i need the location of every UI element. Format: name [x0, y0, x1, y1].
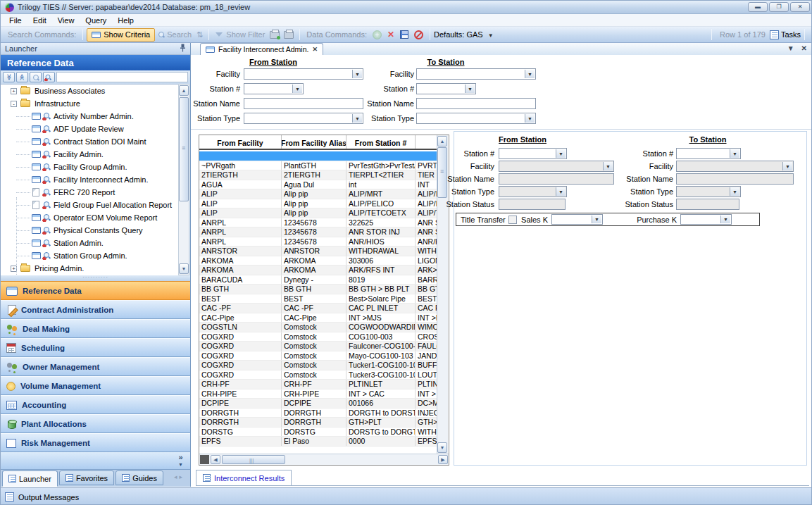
tab-list-dropdown-icon[interactable]: ▼: [787, 44, 794, 52]
export-icon[interactable]: [270, 31, 280, 39]
tree-item-business-associates[interactable]: +Business Associates: [1, 85, 178, 97]
tree-item-field-group-fuel-allocation-report[interactable]: Field Group Fuel Allocation Report: [1, 199, 178, 211]
chevron-down-icon[interactable]: ▼: [556, 149, 566, 158]
tab-interconnect-results[interactable]: Interconnect Results: [196, 470, 292, 486]
clear-search-button[interactable]: [43, 72, 55, 82]
table-row[interactable]: ALIPAlip pipALIP/TETCOETXALIP/T: [199, 208, 437, 218]
menu-view[interactable]: View: [52, 15, 80, 25]
sidebar-tab-launcher[interactable]: Launcher: [2, 470, 58, 487]
table-row[interactable]: COGXRDComstockTucker1-COG100-103BUFF(: [199, 361, 437, 370]
panel-splitter[interactable]: ··········: [1, 275, 190, 281]
table-row[interactable]: ANRPL12345678322625ANR S: [199, 218, 437, 228]
tabstrip-close-icon[interactable]: ✕: [801, 44, 807, 52]
expand-toggle-icon[interactable]: +: [11, 88, 17, 94]
to-facility-combo[interactable]: ▼: [416, 68, 536, 80]
table-row[interactable]: ALIPAlip pipALIP/PELICOALIP/P: [199, 199, 437, 209]
menu-query[interactable]: Query: [80, 15, 112, 25]
collapse-all-button[interactable]: ≫: [16, 72, 28, 82]
chevron-down-icon[interactable]: ▼: [730, 149, 739, 158]
defaults-dropdown[interactable]: Defaults: GAS ▼: [434, 30, 494, 39]
scrollbar-thumb[interactable]: [222, 455, 285, 464]
chevron-down-icon[interactable]: ▼: [352, 114, 362, 123]
tab-close-icon[interactable]: ✕: [312, 46, 318, 53]
tree-item-facility-admin[interactable]: Facility Admin.: [1, 148, 178, 161]
tree-item-physical-constants-query[interactable]: Physical Constants Query: [1, 224, 178, 237]
sidebar-nav-accounting[interactable]: Accounting: [1, 395, 190, 414]
tree-item-adf-update-review[interactable]: ADF Update Review: [1, 123, 178, 135]
scrollbar-thumb[interactable]: [437, 147, 447, 198]
to-station-number-combo[interactable]: ▼: [416, 83, 476, 94]
grid-vertical-scrollbar[interactable]: ▲ ▼: [437, 135, 448, 454]
scroll-right-icon[interactable]: ▶: [438, 455, 448, 464]
output-messages-bar[interactable]: Output Messages: [1, 487, 812, 505]
search-tree-button[interactable]: [30, 72, 42, 82]
menu-file[interactable]: File: [4, 15, 27, 25]
chevron-down-icon[interactable]: ▼: [352, 70, 362, 78]
sidebar-nav-plant-allocations[interactable]: Plant Allocations: [1, 414, 190, 433]
scroll-down-icon[interactable]: ▼: [437, 442, 447, 453]
chevron-down-icon[interactable]: ▼: [525, 114, 535, 123]
table-row[interactable]: DORRGTHDORRGTHDORGTH to DORSTGINJEC: [199, 409, 437, 418]
sidebar-nav-reference-data[interactable]: Reference Data: [1, 281, 190, 300]
table-row[interactable]: ANRPL12345678ANR/HIOSANR/H: [199, 237, 437, 247]
tree-item-infrastructure[interactable]: -Infrastructure: [1, 97, 178, 110]
grid-column-header-from-facility[interactable]: From Facility: [199, 135, 282, 149]
sidebar-nav-scheduling[interactable]: Scheduling: [1, 338, 190, 357]
from-station-type-combo[interactable]: ▼: [244, 113, 363, 124]
tree-scrollbar[interactable]: ▲ ▼: [178, 84, 189, 275]
table-row[interactable]: BB GTHBB GTHBB GTH > BB PLTBB GT: [199, 285, 437, 294]
menu-help[interactable]: Help: [112, 15, 139, 25]
scroll-up-icon[interactable]: ▲: [179, 85, 189, 96]
table-row[interactable]: COGXRDComstockMayo-COG100-103JAND: [199, 351, 437, 361]
tasks-button[interactable]: Tasks: [781, 30, 801, 39]
table-row[interactable]: 2TIERGTH2TIERGTHTIERPLT<2TIERTIER R: [199, 170, 437, 180]
chevron-down-icon[interactable]: ▼: [465, 85, 475, 93]
chevron-down-icon[interactable]: ▼: [592, 216, 601, 223]
table-row[interactable]: [199, 151, 437, 161]
table-row[interactable]: COGSTLNComstockCOGWOODWARDINTWIMC: [199, 323, 437, 332]
sort-icon[interactable]: ⇅: [196, 30, 203, 39]
table-row[interactable]: ARKOMAARKOMA303006LIGON: [199, 256, 437, 266]
tree-item-operator-eom-volume-report[interactable]: Operator EOM Volume Report: [1, 211, 178, 224]
table-row[interactable]: DORSTGDORSTGDORSTG to DORGTHWITHD: [199, 428, 437, 437]
to-station-name-input[interactable]: [416, 98, 536, 109]
sidebar-nav-owner-management[interactable]: Owner Management: [1, 357, 190, 376]
menu-edit[interactable]: Edit: [27, 15, 52, 25]
table-row[interactable]: ALIPAlip pipALIP/MRTALIP/M: [199, 189, 437, 199]
table-row[interactable]: CAC -PFCAC -PFCAC PL INLETCAC P: [199, 304, 437, 313]
table-row[interactable]: EPFSEl Paso0000EPFS/: [199, 437, 437, 447]
chevron-down-icon[interactable]: ▼: [292, 85, 302, 93]
table-row[interactable]: DORRGTHDORRGTHGTH>PLTGTH>: [199, 418, 437, 428]
cancel-changes-icon[interactable]: [414, 30, 423, 39]
table-row[interactable]: CRH-PIPECRH-PIPEINT > CACINT > (: [199, 389, 437, 399]
table-row[interactable]: ARKOMAARKOMAARK/RFS INTARK>: [199, 266, 437, 275]
expand-toggle-icon[interactable]: -: [11, 101, 17, 107]
table-row[interactable]: BESTBESTBest>Solarc PipeBEST: [199, 294, 437, 304]
table-row[interactable]: ANRPL12345678ANR STOR INJANR S: [199, 227, 437, 237]
chevron-down-icon[interactable]: ▼: [720, 216, 730, 223]
tree-item-station-group-admin[interactable]: Station Group Admin.: [1, 249, 178, 262]
scroll-up-icon[interactable]: ▲: [437, 136, 447, 146]
delete-record-icon[interactable]: ✕: [387, 30, 394, 39]
tab-scroll-arrows[interactable]: ◂▸: [174, 470, 189, 480]
sidebar-nav-contract-administration[interactable]: Contract Administration: [1, 300, 190, 319]
sidebar-tab-guides[interactable]: Guides: [115, 470, 163, 485]
close-button[interactable]: ✕: [790, 2, 810, 12]
nav-overflow-area[interactable]: »▼: [1, 452, 190, 470]
show-filter-button[interactable]: Show Filter: [216, 30, 265, 39]
table-row[interactable]: COGXRDComstockTucker3-COG100-103LOUT: [199, 370, 437, 380]
detail-from-station-number-combo[interactable]: ▼: [499, 148, 567, 159]
table-row[interactable]: DCPIPEDCPIPE001066DC>M: [199, 399, 437, 409]
add-record-icon[interactable]: +: [373, 30, 382, 39]
overflow-chevron-icon[interactable]: »▼: [178, 454, 183, 468]
table-row[interactable]: CAC-PipeCAC-PipeINT >MJSINT >M: [199, 313, 437, 323]
grid-column-header-blank[interactable]: [416, 135, 437, 149]
table-row[interactable]: AGUAAgua DulintINT: [199, 180, 437, 190]
to-station-type-combo[interactable]: ▼: [416, 113, 536, 124]
title-transfer-checkbox[interactable]: [508, 216, 517, 224]
tree-item-activity-number-admin[interactable]: Activity Number Admin.: [1, 110, 178, 123]
scrollbar-thumb[interactable]: [179, 97, 189, 201]
sidebar-tab-favorites[interactable]: Favorites: [59, 470, 114, 485]
sidebar-nav-risk-management[interactable]: Risk Management: [1, 433, 190, 452]
detail-to-station-number-combo[interactable]: ▼: [676, 148, 741, 159]
